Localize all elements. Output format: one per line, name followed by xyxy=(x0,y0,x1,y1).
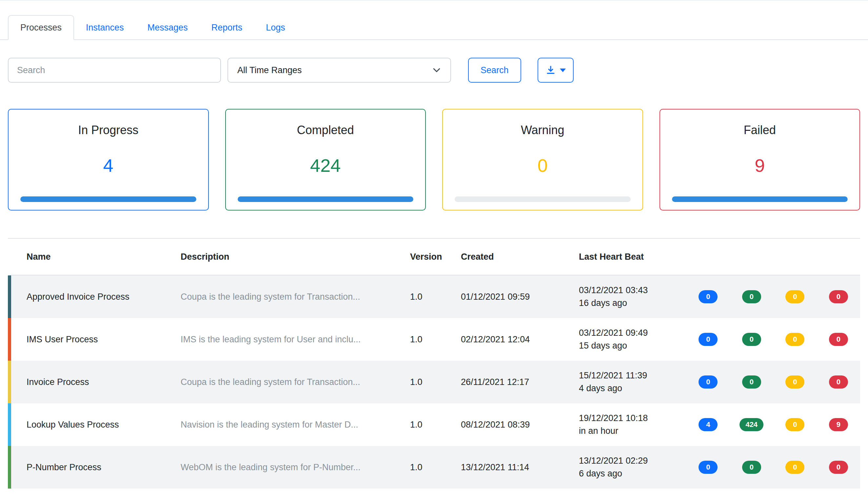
badge-completed: 0 xyxy=(742,376,761,389)
card-value: 9 xyxy=(755,155,765,176)
heartbeat-date: 15/12/2021 11:39 xyxy=(579,369,686,382)
badge-warning: 0 xyxy=(785,418,804,431)
process-dashboard: Processes Instances Messages Reports Log… xyxy=(0,0,868,503)
header-description: Description xyxy=(165,252,395,262)
card-value: 0 xyxy=(538,155,548,176)
process-description: WebOM is the leading system for P-Number… xyxy=(165,462,395,472)
badge-completed: 424 xyxy=(740,418,763,431)
time-range-select[interactable]: All Time Ranges xyxy=(227,58,451,83)
badge-in-progress: 0 xyxy=(699,376,717,389)
table-row[interactable]: Approved Invoice Process Coupa is the le… xyxy=(8,275,860,318)
process-version: 1.0 xyxy=(395,377,445,387)
process-version: 1.0 xyxy=(395,420,445,430)
process-heartbeat: 03/12/2021 09:49 15 days ago xyxy=(564,327,686,352)
process-name: P-Number Process xyxy=(11,462,165,472)
process-heartbeat: 13/12/2021 02:29 6 days ago xyxy=(564,454,686,480)
card-progress-bar xyxy=(672,196,848,202)
header-version: Version xyxy=(395,252,445,262)
badge-in-progress: 0 xyxy=(699,290,717,303)
process-created: 02/12/2021 12:04 xyxy=(445,335,564,345)
download-button[interactable] xyxy=(538,58,574,83)
heartbeat-relative: 15 days ago xyxy=(579,339,686,352)
process-name: IMS User Process xyxy=(11,335,165,345)
process-description: IMS is the leading system for User and i… xyxy=(165,335,395,345)
card-completed[interactable]: Completed 424 xyxy=(225,109,426,211)
card-progress-bar xyxy=(238,196,414,202)
card-progress-bar xyxy=(20,196,196,202)
download-caret-icon xyxy=(560,69,566,72)
heartbeat-relative: 6 days ago xyxy=(579,467,686,480)
process-version: 1.0 xyxy=(395,462,445,472)
card-title: Failed xyxy=(744,123,776,137)
badge-warning: 0 xyxy=(785,333,804,346)
stat-cards: In Progress 4 Completed 424 Warning 0 Fa… xyxy=(8,109,860,211)
badge-in-progress: 0 xyxy=(699,461,717,474)
heartbeat-date: 13/12/2021 02:29 xyxy=(579,454,686,467)
process-created: 08/12/2021 08:39 xyxy=(445,420,564,430)
card-title: Warning xyxy=(521,123,565,137)
badge-in-progress: 0 xyxy=(699,333,717,346)
badge-failed: 0 xyxy=(829,290,848,303)
table-row[interactable]: IMS User Process IMS is the leading syst… xyxy=(8,318,860,361)
process-version: 1.0 xyxy=(395,292,445,302)
header-created: Created xyxy=(445,252,564,262)
table-header: Name Description Version Created Last He… xyxy=(8,239,860,275)
toolbar: All Time Ranges Search xyxy=(8,58,860,83)
badge-completed: 0 xyxy=(742,333,761,346)
heartbeat-date: 03/12/2021 03:43 xyxy=(579,284,686,297)
process-name: Approved Invoice Process xyxy=(11,292,165,302)
badge-in-progress: 4 xyxy=(699,418,717,431)
download-icon xyxy=(546,65,556,75)
tab-messages[interactable]: Messages xyxy=(136,15,200,40)
card-value: 4 xyxy=(103,155,113,176)
badge-failed: 0 xyxy=(829,376,848,389)
process-version: 1.0 xyxy=(395,335,445,345)
card-failed[interactable]: Failed 9 xyxy=(660,109,860,211)
process-description: Navision is the leading system for Maste… xyxy=(165,420,395,430)
badge-warning: 0 xyxy=(785,290,804,303)
search-input[interactable] xyxy=(8,58,221,83)
process-name: Invoice Process xyxy=(11,377,165,387)
process-table: Name Description Version Created Last He… xyxy=(8,238,860,489)
badge-warning: 0 xyxy=(785,376,804,389)
table-row[interactable]: P-Number Process WebOM is the leading sy… xyxy=(8,446,860,489)
chevron-down-icon xyxy=(432,65,441,75)
card-title: In Progress xyxy=(78,123,138,137)
tab-logs[interactable]: Logs xyxy=(254,15,297,40)
tab-processes[interactable]: Processes xyxy=(8,15,74,40)
card-warning[interactable]: Warning 0 xyxy=(442,109,643,211)
process-heartbeat: 19/12/2021 10:18 in an hour xyxy=(564,412,686,438)
badge-completed: 0 xyxy=(742,461,761,474)
process-created: 13/12/2021 11:14 xyxy=(445,462,564,472)
tab-bar: Processes Instances Messages Reports Log… xyxy=(0,15,868,40)
process-heartbeat: 15/12/2021 11:39 4 days ago xyxy=(564,369,686,395)
heartbeat-relative: 4 days ago xyxy=(579,382,686,395)
heartbeat-relative: 16 days ago xyxy=(579,297,686,309)
card-value: 424 xyxy=(310,155,341,176)
card-progress-bar xyxy=(455,196,631,202)
tab-reports[interactable]: Reports xyxy=(200,15,254,40)
badge-failed: 9 xyxy=(829,418,848,431)
process-description: Coupa is the leading system for Transact… xyxy=(165,377,395,387)
card-in-progress[interactable]: In Progress 4 xyxy=(8,109,209,211)
process-created: 01/12/2021 09:59 xyxy=(445,292,564,302)
header-last-heart-beat: Last Heart Beat xyxy=(564,252,686,262)
process-name: Lookup Values Process xyxy=(11,420,165,430)
badge-failed: 0 xyxy=(829,333,848,346)
table-row[interactable]: Invoice Process Coupa is the leading sys… xyxy=(8,361,860,403)
process-created: 26/11/2021 12:17 xyxy=(445,377,564,387)
badge-failed: 0 xyxy=(829,461,848,474)
badge-completed: 0 xyxy=(742,290,761,303)
search-button[interactable]: Search xyxy=(468,58,521,83)
tab-instances[interactable]: Instances xyxy=(74,15,136,40)
heartbeat-relative: in an hour xyxy=(579,425,686,438)
process-heartbeat: 03/12/2021 03:43 16 days ago xyxy=(564,284,686,309)
table-row[interactable]: Lookup Values Process Navision is the le… xyxy=(8,403,860,446)
time-range-value: All Time Ranges xyxy=(237,65,302,75)
badge-warning: 0 xyxy=(785,461,804,474)
header-name: Name xyxy=(11,252,165,262)
process-table-body: Approved Invoice Process Coupa is the le… xyxy=(8,275,860,489)
process-description: Coupa is the leading system for Transact… xyxy=(165,292,395,302)
heartbeat-date: 03/12/2021 09:49 xyxy=(579,327,686,339)
heartbeat-date: 19/12/2021 10:18 xyxy=(579,412,686,425)
